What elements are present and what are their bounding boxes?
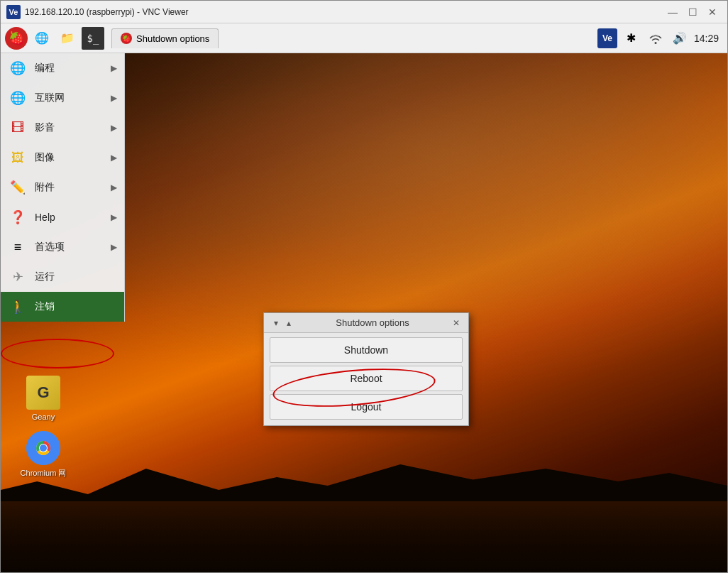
shutdown-button[interactable]: Shutdown: [270, 337, 463, 363]
menu-bar: 🍓 🌐 📁 $_ 🍓 Shutdown options Ve ✱ 🔊: [1, 23, 727, 53]
menu-item-logout[interactable]: 🚶 注销: [1, 292, 124, 322]
internet-icon: 🌐: [8, 88, 28, 108]
system-clock: 14:29: [694, 33, 719, 44]
folder-icon[interactable]: 📁: [56, 27, 79, 50]
menu-item-programming-label: 编程: [35, 62, 104, 75]
run-icon: ✈: [8, 267, 28, 287]
image-icon: 🖼: [8, 148, 28, 168]
window-controls: — ☐ ✕: [663, 4, 722, 20]
svg-point-3: [40, 444, 47, 452]
chromium-label: Chromium 网: [21, 468, 67, 479]
menu-item-run[interactable]: ✈ 运行: [1, 262, 124, 292]
geany-label: Geany: [32, 413, 55, 421]
chromium-app-icon: [26, 431, 60, 465]
menu-item-help[interactable]: ❓ Help ▶: [1, 202, 124, 232]
help-icon: ❓: [8, 207, 28, 227]
chromium-desktop-icon[interactable]: Chromium 网: [15, 428, 72, 481]
wifi-icon[interactable]: [646, 28, 666, 48]
menu-item-media[interactable]: 🎞 影音 ▶: [1, 113, 124, 143]
menu-item-preferences[interactable]: ≡ 首选项 ▶: [1, 232, 124, 262]
accessories-icon: ✏️: [8, 178, 28, 197]
shutdown-dialog: ▾ ▴ Shutdown options ✕ Shutdown Reboot L…: [263, 312, 469, 426]
menu-item-media-label: 影音: [35, 121, 104, 134]
window-title: 192.168.120.10 (raspberrypi) - VNC Viewe…: [25, 7, 663, 17]
logout-button[interactable]: Logout: [270, 394, 463, 420]
volume-icon[interactable]: 🔊: [670, 28, 690, 48]
menu-item-accessories[interactable]: ✏️ 附件 ▶: [1, 173, 124, 202]
close-button[interactable]: ✕: [703, 4, 722, 20]
dialog-titlebar: ▾ ▴ Shutdown options ✕: [264, 313, 468, 333]
reboot-button[interactable]: Reboot: [270, 366, 463, 391]
title-bar: Ve 192.168.120.10 (raspberrypi) - VNC Vi…: [1, 1, 727, 23]
dialog-minimize-button[interactable]: ▴: [282, 317, 295, 329]
dialog-collapse-button[interactable]: ▾: [270, 317, 282, 329]
terminal-icon[interactable]: $_: [82, 27, 104, 50]
geany-app-icon: G: [26, 376, 60, 410]
geany-desktop-icon[interactable]: G Geany: [15, 373, 72, 424]
dialog-body: Shutdown Reboot Logout: [264, 333, 468, 425]
dialog-close-button[interactable]: ✕: [450, 317, 463, 329]
menu-item-run-label: 运行: [35, 271, 117, 283]
media-icon: 🎞: [8, 118, 28, 138]
vnc-window: Ve 192.168.120.10 (raspberrypi) - VNC Vi…: [0, 0, 728, 573]
water-reflection: [1, 501, 727, 572]
application-menu: 🌐 编程 ▶ 🌐 互联网 ▶ 🎞 影音 ▶ 🖼 图像 ▶ ✏️ 附件: [1, 53, 125, 322]
vnc-app-icon: Ve: [6, 5, 21, 19]
menu-item-accessories-label: 附件: [35, 181, 104, 194]
vnc-desktop: 🌐 编程 ▶ 🌐 互联网 ▶ 🎞 影音 ▶ 🖼 图像 ▶ ✏️ 附件: [1, 53, 727, 572]
menu-item-logout-label: 注销: [35, 300, 117, 313]
menu-item-programming[interactable]: 🌐 编程 ▶: [1, 53, 124, 83]
menu-item-image-label: 图像: [35, 151, 104, 164]
menu-item-internet[interactable]: 🌐 互联网 ▶: [1, 83, 124, 113]
menu-item-help-label: Help: [35, 212, 104, 223]
menu-item-internet-label: 互联网: [35, 92, 104, 104]
bluetooth-icon[interactable]: ✱: [622, 28, 641, 48]
system-tray: Ve ✱ 🔊 14:29: [597, 28, 724, 48]
programming-icon: 🌐: [8, 58, 28, 78]
menu-item-image[interactable]: 🖼 图像 ▶: [1, 143, 124, 173]
ve-tray-icon[interactable]: Ve: [597, 28, 617, 48]
globe-icon[interactable]: 🌐: [31, 27, 53, 50]
shutdown-options-tab[interactable]: 🍓 Shutdown options: [111, 28, 219, 48]
logout-icon: 🚶: [8, 297, 28, 317]
menu-item-preferences-label: 首选项: [35, 241, 104, 253]
maximize-button[interactable]: ☐: [683, 4, 702, 20]
preferences-icon: ≡: [8, 237, 28, 257]
tab-bar: 🍓 Shutdown options: [106, 28, 597, 48]
minimize-button[interactable]: —: [663, 4, 682, 20]
raspberry-pi-icon[interactable]: 🍓: [5, 27, 28, 50]
dialog-title: Shutdown options: [295, 317, 450, 328]
